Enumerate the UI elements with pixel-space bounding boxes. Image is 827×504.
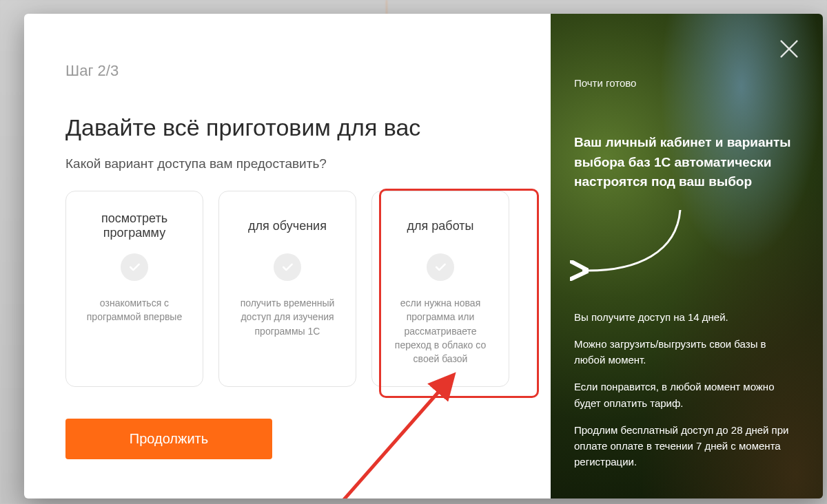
side-bullet: Если понравится, в любой момент можно бу… [574,379,795,411]
check-icon [121,253,148,281]
side-pretitle: Почти готово [574,77,799,89]
svg-line-0 [341,377,451,498]
check-icon [274,253,301,281]
continue-button[interactable]: Продолжить [65,419,272,459]
option-card-desc: получить временный доступ для изучения п… [232,296,343,338]
side-title: Ваш личный кабинет и варианты выбора баз… [574,133,795,192]
option-card-preview[interactable]: посмотреть программу ознакомиться с прог… [65,191,203,387]
option-card-desc: ознакомиться с программой впервые [79,296,190,324]
modal-subtitle: Какой вариант доступа вам предоставить? [65,156,509,171]
option-card-desc: если нужна новая программа или рассматри… [385,296,496,366]
onboarding-modal: Шаг 2/3 Давайте всё приготовим для вас К… [24,14,823,498]
side-bullet: Продлим бесплатный доступ до 28 дней при… [574,422,795,470]
modal-title: Давайте всё приготовим для вас [65,114,509,141]
option-card-title: для работы [407,211,474,241]
modal-right-pane: Почти готово Ваш личный кабинет и вариан… [551,14,823,498]
option-card-title: для обучения [248,211,327,241]
modal-left-pane: Шаг 2/3 Давайте всё приготовим для вас К… [24,14,551,498]
curved-arrow-icon [570,203,694,286]
option-card-title: посмотреть программу [79,211,190,241]
close-button[interactable] [776,36,802,62]
check-icon [427,253,454,281]
step-indicator: Шаг 2/3 [65,62,509,80]
side-bullets: Вы получите доступ на 14 дней. Можно заг… [574,309,799,470]
option-card-work[interactable]: для работы если нужна новая программа ил… [371,191,509,387]
side-bullet: Вы получите доступ на 14 дней. [574,309,795,325]
option-card-learning[interactable]: для обучения получить временный доступ д… [218,191,356,387]
side-bullet: Можно загрузить/выгрузить свои базы в лю… [574,336,795,368]
option-cards: посмотреть программу ознакомиться с прог… [65,191,509,387]
